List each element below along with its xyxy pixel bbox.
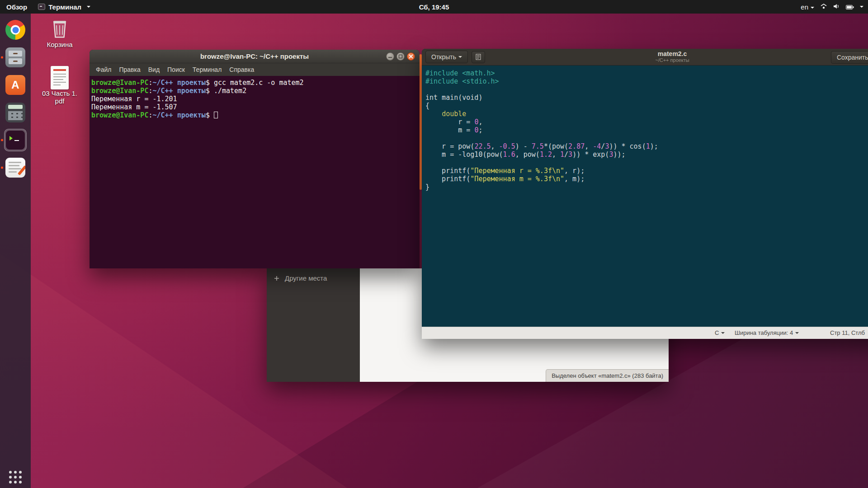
terminal-menu-item[interactable]: Поиск (167, 66, 185, 73)
terminal-cursor (214, 112, 218, 118)
terminal-line: browze@Ivan-PC:~/C++ проекты$ ./matem2 (91, 87, 418, 95)
plus-icon (274, 276, 279, 281)
chrome-icon (5, 20, 25, 40)
volume-icon[interactable] (833, 3, 840, 11)
terminal-line: browze@Ivan-PC:~/C++ проекты$ (91, 111, 418, 119)
code-line: m = -log10(pow(1.6, pow(1.2, 1/3)) * exp… (425, 150, 868, 159)
battery-icon[interactable] (846, 3, 854, 11)
terminal-window: browze@Ivan-PC: ~/C++ проекты ФайлПравка… (90, 50, 420, 268)
dock-item-text-editor[interactable] (4, 156, 27, 179)
terminal-menubar: ФайлПравкаВидПоискТерминалСправка (90, 63, 420, 76)
editor-headerbar[interactable]: Открыть matem2.c ~/C++ проекты Сохранить (422, 49, 868, 66)
minimize-button[interactable] (386, 52, 394, 61)
code-line: printf("Переменная r = %.3f\n", r); (425, 167, 868, 175)
show-apps-button[interactable] (9, 471, 22, 483)
chevron-down-icon (458, 56, 462, 58)
save-button[interactable]: Сохранить (831, 51, 868, 64)
desktop-icon-label: Корзина (38, 41, 81, 48)
terminal-window-title: browze@Ivan-PC: ~/C++ проекты (200, 52, 309, 60)
keyboard-layout-indicator[interactable]: en (801, 3, 814, 11)
sidebar-item-other-locations[interactable]: Другие места (267, 268, 360, 286)
editor-text-area[interactable]: #include <math.h>#include <stdio.h> int … (422, 66, 868, 327)
terminal-menu-item[interactable]: Файл (96, 66, 111, 73)
terminal-output[interactable]: browze@Ivan-PC:~/C++ проекты$ gcc matem2… (90, 76, 420, 268)
activities-button[interactable]: Обзор (6, 3, 27, 11)
code-line: { (425, 102, 868, 110)
terminal-menu-item[interactable]: Терминал (193, 66, 222, 73)
code-line: double (425, 110, 868, 118)
code-line: int main(void) (425, 94, 868, 102)
dock-item-files[interactable] (4, 46, 27, 69)
desktop-icon-pdf[interactable]: 03 Часть 1. pdf (38, 66, 81, 105)
desktop-icon-label: pdf (38, 97, 81, 105)
desktop-icon-label: 03 Часть 1. (38, 89, 81, 97)
files-sidebar: Другие места (267, 268, 360, 382)
code-line: r = 0, (425, 118, 868, 126)
terminal-titlebar[interactable]: browze@Ivan-PC: ~/C++ проекты (90, 50, 420, 63)
code-line: r = pow(22.5, -0.5) - 7.5*(pow(2.87, -4/… (425, 142, 868, 150)
desktop-icon-trash[interactable]: Корзина (38, 18, 81, 48)
new-document-button[interactable] (472, 51, 485, 63)
top-bar: Обзор Терминал Сб, 19:45 en (0, 0, 868, 14)
chevron-down-icon (811, 7, 814, 9)
chevron-down-icon (721, 332, 725, 334)
dock-item-chrome[interactable] (4, 19, 27, 41)
network-icon[interactable] (820, 3, 827, 11)
terminal-menu-item[interactable]: Справка (229, 66, 254, 73)
code-line: #include <math.h> (425, 69, 868, 77)
chevron-down-icon (795, 332, 799, 334)
dock-item-calculator[interactable] (4, 101, 27, 124)
terminal-app-icon (38, 4, 45, 10)
files-icon (5, 47, 25, 67)
language-selector[interactable]: C (715, 329, 725, 336)
terminal-menu-item[interactable]: Вид (148, 66, 160, 73)
running-indicator (1, 56, 3, 59)
code-line (425, 85, 868, 94)
tab-width-selector[interactable]: Ширина табуляции: 4 (735, 329, 799, 336)
terminal-icon (5, 130, 25, 150)
editor-title-block: matem2.c ~/C++ проекты (632, 50, 713, 63)
app-menu[interactable]: Терминал (38, 3, 90, 11)
trash-icon (38, 18, 81, 39)
code-line: printf("Переменная m = %.3f\n", m); (425, 175, 868, 183)
editor-title: matem2.c (632, 50, 713, 57)
pdf-document-icon (51, 66, 69, 89)
app-menu-label: Терминал (48, 3, 81, 11)
dock-item-ubuntu-software[interactable]: A (4, 74, 27, 96)
maximize-button[interactable] (396, 52, 405, 61)
terminal-line: Переменная r = -1.201 (91, 95, 418, 103)
document-icon (475, 54, 481, 60)
dock: A (0, 14, 31, 488)
text-editor-icon (5, 158, 25, 178)
sidebar-item-label: Другие места (285, 274, 327, 282)
chevron-down-icon (87, 6, 90, 8)
code-line (425, 159, 868, 167)
editor-window: Открыть matem2.c ~/C++ проекты Сохранить… (422, 49, 868, 339)
running-indicator (1, 139, 3, 141)
clock[interactable]: Сб, 19:45 (419, 3, 449, 11)
terminal-line: Переменная m = -1.507 (91, 103, 418, 111)
code-line: } (425, 183, 868, 191)
system-menu-chevron-icon[interactable] (860, 6, 863, 8)
close-button[interactable] (407, 52, 415, 61)
running-indicator (1, 167, 3, 169)
editor-subtitle: ~/C++ проекты (632, 57, 713, 63)
editor-statusbar: C Ширина табуляции: 4 Стр 11, Стлб (422, 327, 868, 339)
cursor-position[interactable]: Стр 11, Стлб (830, 329, 865, 336)
open-button[interactable]: Открыть (425, 51, 468, 63)
dock-item-terminal[interactable] (4, 129, 27, 151)
code-line: m = 0; (425, 126, 868, 134)
code-line (425, 134, 868, 142)
calculator-icon (5, 103, 25, 122)
terminal-line: browze@Ivan-PC:~/C++ проекты$ gcc matem2… (91, 79, 418, 87)
selection-status: Выделен объект «matem2.c» (283 байта) (546, 369, 669, 382)
terminal-menu-item[interactable]: Правка (119, 66, 140, 73)
code-line: #include <stdio.h> (425, 77, 868, 85)
ubuntu-software-icon: A (5, 75, 25, 95)
